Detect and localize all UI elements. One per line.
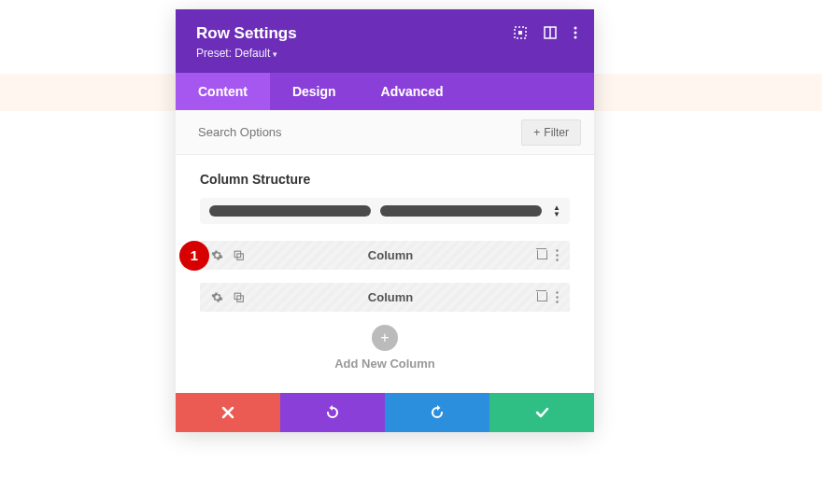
column-1-label: Column — [254, 248, 527, 262]
column-more-icon[interactable] — [556, 249, 559, 261]
duplicate-icon[interactable] — [233, 249, 245, 261]
snap-icon[interactable] — [544, 26, 557, 39]
column-row-2[interactable]: Column — [200, 283, 570, 312]
svg-point-9 — [556, 249, 558, 251]
filter-button[interactable]: + Filter — [521, 119, 581, 146]
tab-design[interactable]: Design — [270, 73, 359, 110]
panel-body: Column Structure ▲▼ 1 Column — [176, 155, 594, 393]
row-settings-panel: Row Settings Preset: Default Content Des… — [176, 9, 594, 432]
svg-point-16 — [556, 301, 558, 302]
search-input[interactable] — [189, 118, 521, 147]
close-icon — [221, 406, 234, 419]
svg-point-10 — [556, 254, 558, 256]
column-2-label: Column — [254, 290, 527, 304]
structure-bar-left — [209, 205, 371, 217]
more-icon[interactable] — [574, 26, 577, 39]
cancel-button[interactable] — [176, 393, 280, 432]
annotation-badge-1: 1 — [179, 241, 209, 271]
header-actions — [514, 26, 577, 39]
trash-icon[interactable] — [536, 248, 546, 262]
svg-marker-20 — [437, 405, 441, 411]
svg-point-5 — [574, 32, 577, 35]
svg-point-4 — [574, 27, 577, 30]
svg-point-11 — [556, 259, 558, 260]
column-more-icon[interactable] — [556, 291, 559, 303]
tabs: Content Design Advanced — [176, 73, 594, 110]
expand-icon[interactable] — [514, 26, 527, 39]
column-structure-selector[interactable]: ▲▼ — [200, 198, 570, 224]
save-button[interactable] — [489, 393, 594, 432]
add-column: + Add New Column — [200, 325, 570, 371]
svg-marker-19 — [330, 405, 333, 411]
gear-icon[interactable] — [211, 249, 223, 261]
undo-button[interactable] — [280, 393, 385, 432]
undo-icon — [325, 405, 340, 420]
stepper-icon[interactable]: ▲▼ — [553, 204, 560, 217]
preset-selector[interactable]: Preset: Default — [196, 47, 574, 60]
panel-footer — [176, 393, 594, 432]
trash-icon[interactable] — [536, 290, 546, 304]
tab-content[interactable]: Content — [176, 73, 270, 110]
add-column-button[interactable]: + — [372, 325, 398, 351]
tab-advanced[interactable]: Advanced — [359, 73, 466, 110]
duplicate-icon[interactable] — [233, 291, 245, 303]
plus-icon: + — [533, 126, 540, 139]
structure-bar-right — [380, 205, 542, 217]
svg-point-15 — [556, 296, 558, 298]
section-title-column-structure: Column Structure — [200, 172, 570, 187]
filter-label: Filter — [544, 126, 569, 139]
panel-header: Row Settings Preset: Default — [176, 9, 594, 73]
svg-rect-1 — [518, 31, 522, 35]
svg-point-14 — [556, 291, 558, 293]
add-column-label: Add New Column — [200, 357, 570, 371]
search-row: + Filter — [176, 110, 594, 155]
column-row-1[interactable]: Column — [200, 241, 570, 270]
check-icon — [534, 405, 549, 420]
redo-icon — [430, 405, 445, 420]
redo-button[interactable] — [385, 393, 489, 432]
plus-icon: + — [380, 329, 389, 346]
svg-point-6 — [574, 36, 577, 39]
gear-icon[interactable] — [211, 291, 223, 303]
